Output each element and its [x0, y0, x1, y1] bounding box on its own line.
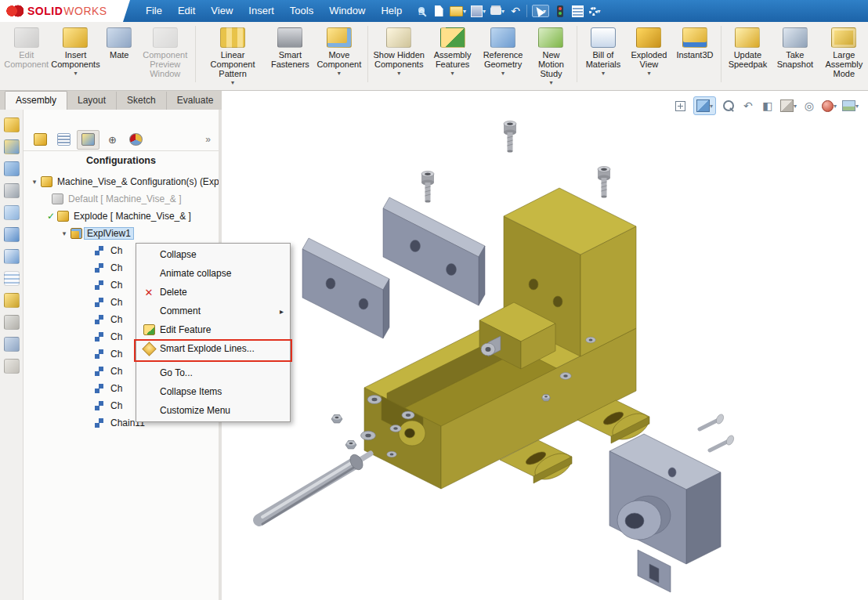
menu-file[interactable]: File — [138, 0, 170, 22]
hide-show-items-icon[interactable]: ◎ — [802, 98, 816, 114]
zoom-fit-icon[interactable] — [674, 98, 688, 114]
menu-view[interactable]: View — [203, 0, 241, 22]
vertical-toolbar-icon-12[interactable] — [4, 359, 20, 374]
part-set-screw-1[interactable] — [700, 413, 725, 429]
dimxpertmanager-tab[interactable]: ⊕ — [102, 131, 123, 149]
tab-sketch[interactable]: Sketch — [117, 92, 167, 110]
ribbon-button-reference-geometry[interactable]: Reference Geometry ▾ — [479, 24, 526, 87]
ribbon-button-move-component[interactable]: Move Component ▾ — [315, 24, 363, 87]
section-view-icon[interactable]: ◧ — [761, 98, 775, 114]
vertical-toolbar-icon-3[interactable] — [4, 161, 20, 176]
menu-tools[interactable]: Tools — [282, 0, 321, 22]
vertical-toolbar-icon-9[interactable] — [4, 293, 20, 308]
displaymanager-tab[interactable] — [125, 131, 146, 149]
home-icon[interactable]: ⌂ — [415, 2, 428, 20]
part-hex-nut-1[interactable] — [331, 415, 342, 424]
ribbon-button-mate[interactable]: Mate — [102, 24, 136, 87]
dropdown-arrow-icon: ▾ — [483, 8, 486, 15]
part-washer-3[interactable] — [402, 411, 414, 419]
ribbon-button-exploded-view[interactable]: Exploded View ▾ — [627, 24, 671, 87]
part-hex-nut-2[interactable] — [345, 441, 356, 450]
vertical-toolbar-icon-4[interactable] — [4, 183, 20, 198]
menu-edit[interactable]: Edit — [170, 0, 203, 22]
menu-item-smart-explode-lines[interactable]: Smart Explode Lines... — [136, 339, 290, 358]
menu-item-animate-collapse[interactable]: Animate collapse — [136, 264, 290, 283]
bill-of-materials-icon[interactable] — [571, 2, 584, 20]
part-jaw-plate-left[interactable] — [302, 238, 389, 338]
menu-help[interactable]: Help — [373, 0, 410, 22]
expand-arrow-icon[interactable]: ▾ — [30, 178, 39, 186]
print-icon[interactable]: ▾ — [490, 2, 505, 20]
vertical-toolbar-icon-5[interactable] — [4, 205, 20, 220]
ribbon-button-large-assembly-mode[interactable]: Large Assembly Mode — [820, 24, 868, 87]
dimxpertmanager-crosshair-icon: ⊕ — [108, 134, 117, 145]
part-washer-7[interactable] — [586, 337, 596, 343]
tab-layout[interactable]: Layout — [67, 92, 117, 110]
part-jaw-plate-right[interactable] — [383, 197, 485, 305]
ribbon-button-linear-component-pattern[interactable]: Linear Component Pattern ▾ — [200, 24, 265, 87]
menu-item-go-to[interactable]: Go To... — [136, 363, 290, 382]
display-style-icon[interactable]: ▾ — [780, 98, 797, 114]
view-orientation-icon[interactable]: ▾ — [693, 96, 716, 115]
save-icon[interactable]: ▾ — [471, 2, 486, 20]
vertical-toolbar-icon-8[interactable] — [4, 271, 20, 286]
chevrons-icon[interactable]: » — [205, 134, 211, 145]
open-icon[interactable]: ▾ — [450, 2, 466, 20]
menu-item-comment[interactable]: Comment ▸ — [136, 302, 290, 320]
rebuild-traffic-light-icon[interactable] — [554, 2, 566, 20]
tree-item-default-configuration[interactable]: Default [ Machine_Vise_& ] — [24, 190, 219, 208]
part-washer-4[interactable] — [361, 431, 376, 440]
ribbon-button-bill-of-materials[interactable]: Bill of Materials ▾ — [581, 24, 624, 87]
tree-item-explode-configuration[interactable]: ✓ Explode [ Machine_Vise_& ] — [24, 208, 219, 225]
part-washer-6[interactable] — [560, 373, 571, 380]
menu-item-collapse[interactable]: Collapse — [136, 245, 290, 264]
menu-window[interactable]: Window — [321, 0, 373, 22]
vertical-toolbar-icon-10[interactable] — [4, 315, 20, 330]
options-gear-icon[interactable]: ▾ — [588, 2, 601, 20]
part-cap-screw-2[interactable] — [421, 172, 434, 203]
ribbon-button-insert-components[interactable]: Insert Components ▾ — [51, 24, 99, 87]
part-cap-screw-1[interactable] — [504, 121, 516, 153]
edit-appearance-icon[interactable]: ▾ — [822, 98, 837, 114]
vertical-toolbar-icon-11[interactable] — [4, 337, 20, 352]
select-tool-button[interactable]: ▾ — [532, 5, 549, 17]
previous-view-icon[interactable]: ↶ — [741, 98, 755, 114]
menu-item-collapse-items[interactable]: Collapse Items — [136, 382, 290, 401]
apply-scene-icon[interactable]: ▾ — [842, 98, 859, 114]
tree-item-configurations-root[interactable]: ▾ Machine_Vise_& Configuration(s) (Exp — [24, 173, 219, 190]
menu-insert[interactable]: Insert — [241, 0, 282, 22]
exploded-assembly-model[interactable] — [222, 91, 868, 600]
menu-item-delete[interactable]: ✕ Delete — [136, 283, 290, 302]
ribbon-button-new-motion-study[interactable]: New Motion Study ▾ — [530, 24, 573, 87]
propertymanager-tab[interactable] — [53, 131, 74, 149]
menu-item-customize-menu[interactable]: Customize Menu — [136, 401, 290, 420]
part-washer-2[interactable] — [367, 396, 382, 404]
featuremanager-tab[interactable] — [30, 131, 51, 149]
ribbon-button-assembly-features[interactable]: Assembly Features ▾ — [429, 24, 476, 87]
vertical-toolbar-icon-7[interactable] — [4, 249, 20, 264]
graphics-area[interactable]: ▾ ↶ ◧ ▾ ◎ ▾ ▾ — [222, 91, 868, 600]
ribbon-button-show-hidden-components[interactable]: Show Hidden Components ▾ — [372, 24, 426, 87]
part-washer-5[interactable] — [387, 451, 397, 457]
part-rear-bracket[interactable] — [609, 434, 721, 592]
new-document-icon[interactable] — [432, 2, 445, 20]
part-set-screw-2[interactable] — [710, 434, 736, 450]
vertical-toolbar-icon-2[interactable] — [4, 139, 20, 154]
configurationmanager-tab[interactable] — [77, 130, 99, 150]
tab-assembly[interactable]: Assembly — [5, 91, 67, 110]
ribbon-button-update-speedpak[interactable]: Update Speedpak — [725, 24, 770, 87]
ribbon-button-instant3d[interactable]: Instant3D — [673, 24, 716, 87]
vertical-toolbar-icon-6[interactable] — [4, 227, 20, 242]
part-cap-screw-3[interactable] — [598, 167, 610, 198]
zoom-area-icon[interactable] — [722, 98, 736, 114]
ribbon-button-smart-fasteners[interactable]: Smart Fasteners — [268, 24, 313, 87]
vertical-toolbar-icon-1[interactable] — [4, 117, 20, 132]
tab-evaluate[interactable]: Evaluate — [167, 92, 225, 110]
tree-item-explview1[interactable]: ▾ ExplView1 — [24, 225, 219, 242]
ribbon-button-take-snapshot[interactable]: Take Snapshot — [772, 24, 817, 87]
expand-arrow-icon[interactable]: ▾ — [60, 230, 69, 237]
menu-item-edit-feature[interactable]: Edit Feature — [136, 320, 290, 339]
part-lead-screw[interactable] — [259, 452, 371, 524]
part-washer-1[interactable] — [390, 425, 401, 432]
undo-icon[interactable]: ↶ — [509, 2, 522, 20]
